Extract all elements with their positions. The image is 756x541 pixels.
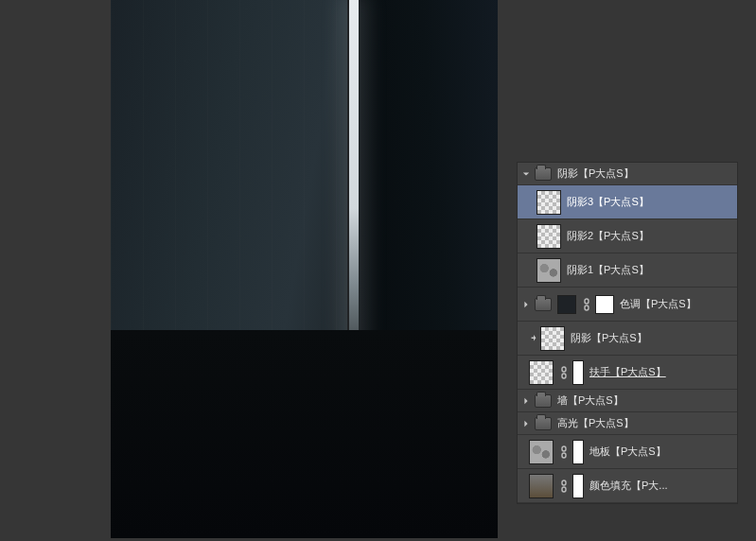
link-icon[interactable] — [559, 366, 569, 379]
layers-panel: 阴影【P大点S】 阴影3【P大点S】 阴影2【P大点S】 阴影1【P大点S】 色… — [517, 162, 738, 504]
disclosure-down-icon[interactable] — [521, 169, 531, 179]
link-icon[interactable] — [582, 298, 591, 311]
link-icon[interactable] — [559, 480, 569, 493]
layer-thumb-icon[interactable] — [536, 258, 561, 283]
layer-label: 高光【P大点S】 — [557, 416, 737, 430]
layer-shadow-2[interactable]: 阴影2【P大点S】 — [518, 219, 737, 253]
layer-floor[interactable]: 地板【P大点S】 — [518, 435, 737, 469]
layer-thumb-icon[interactable] — [529, 440, 554, 464]
layer-label: 阴影3【P大点S】 — [567, 195, 737, 209]
layer-thumb-icon[interactable] — [529, 360, 554, 385]
layer-group-tone[interactable]: 色调【P大点S】 — [518, 288, 737, 322]
layer-thumb-icon[interactable] — [529, 474, 554, 498]
layer-color-fill[interactable]: 颜色填充【P大... — [518, 469, 737, 503]
layer-group-highlight[interactable]: 高光【P大点S】 — [518, 412, 737, 435]
layer-label: 阴影2【P大点S】 — [567, 229, 737, 243]
folder-icon — [535, 394, 552, 408]
layer-group-shadow[interactable]: 阴影【P大点S】 — [518, 163, 737, 185]
disclosure-right-icon[interactable] — [521, 396, 531, 406]
svg-rect-7 — [562, 487, 566, 492]
layer-label: 颜色填充【P大... — [589, 479, 737, 493]
svg-rect-5 — [562, 453, 566, 458]
canvas-floor — [111, 330, 498, 538]
layer-thumb-icon[interactable] — [536, 190, 561, 215]
clip-down-icon — [529, 335, 538, 342]
layer-shadow-3[interactable]: 阴影3【P大点S】 — [518, 185, 737, 219]
layer-label: 阴影【P大点S】 — [571, 331, 737, 345]
layer-label: 阴影1【P大点S】 — [567, 263, 737, 277]
layer-label: 阴影【P大点S】 — [557, 166, 737, 181]
svg-rect-1 — [585, 305, 589, 310]
layer-label: 墙【P大点S】 — [557, 393, 737, 408]
layer-thumb-icon[interactable] — [540, 326, 565, 351]
layer-handrail[interactable]: 扶手【P大点S】 — [518, 356, 737, 390]
layer-mask-icon[interactable] — [572, 474, 584, 498]
layer-mask-icon[interactable] — [572, 360, 584, 385]
disclosure-right-icon[interactable] — [521, 300, 531, 309]
layer-thumb-icon[interactable] — [557, 295, 576, 314]
disclosure-right-icon[interactable] — [521, 419, 531, 428]
link-icon[interactable] — [559, 445, 569, 459]
svg-rect-3 — [562, 374, 566, 378]
layer-group-wall[interactable]: 墙【P大点S】 — [518, 390, 737, 412]
folder-icon — [535, 298, 552, 311]
svg-rect-4 — [562, 446, 566, 451]
folder-icon — [535, 167, 552, 181]
svg-rect-0 — [585, 299, 589, 304]
layer-label: 地板【P大点S】 — [589, 445, 737, 459]
layer-label: 色调【P大点S】 — [620, 297, 737, 311]
layer-mask-icon[interactable] — [572, 440, 584, 464]
svg-rect-2 — [562, 367, 566, 372]
canvas-light-slit — [349, 0, 359, 378]
layer-mask-icon[interactable] — [595, 295, 614, 314]
canvas-area[interactable] — [111, 0, 498, 538]
layer-shadow-1[interactable]: 阴影1【P大点S】 — [518, 253, 737, 288]
layer-thumb-icon[interactable] — [536, 224, 561, 249]
svg-rect-6 — [562, 480, 566, 485]
layer-shadow-clip[interactable]: 阴影【P大点S】 — [518, 322, 737, 356]
layer-label: 扶手【P大点S】 — [589, 365, 737, 379]
folder-icon — [535, 417, 552, 430]
